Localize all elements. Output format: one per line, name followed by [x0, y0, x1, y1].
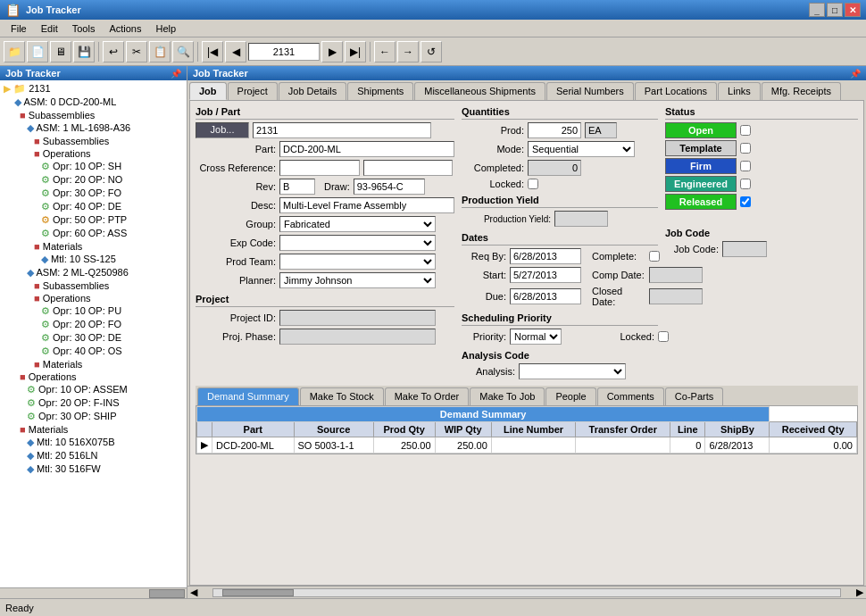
status-released-button[interactable]: Released: [665, 194, 737, 210]
status-template-check[interactable]: [740, 143, 751, 154]
h-scroll-track[interactable]: [212, 588, 841, 597]
due-input[interactable]: [510, 288, 581, 304]
h-scrollbar[interactable]: ◀ ▶: [187, 586, 866, 598]
priority-select[interactable]: Normal: [510, 329, 562, 345]
tree-node-subasm2[interactable]: ■ Subassemblies: [2, 135, 185, 147]
planner-select[interactable]: Jimmy Johnson: [279, 272, 436, 288]
tab-serial-numbers[interactable]: Serial Numbers: [546, 82, 634, 100]
tree-node-fins[interactable]: ⚙ Opr: 20 OP: F-INS: [2, 396, 185, 410]
start-input[interactable]: [510, 267, 581, 283]
tree-node-root[interactable]: ▶ 📁 2131: [2, 82, 185, 96]
tb-btn-3[interactable]: 🖥: [50, 41, 71, 62]
job-code-input[interactable]: [722, 241, 767, 257]
tb-btn-6[interactable]: ✂: [126, 41, 147, 62]
status-firm-button[interactable]: Firm: [665, 158, 737, 174]
table-row[interactable]: ▶ DCD-200-ML SO 5003-1-1 250.00 250.00 0…: [197, 437, 857, 454]
menu-file[interactable]: File: [4, 21, 34, 36]
cross-ref-input1[interactable]: [279, 160, 360, 176]
menu-actions[interactable]: Actions: [102, 21, 148, 36]
tree-node-subasm3[interactable]: ■ Subassemblies: [2, 279, 185, 292]
tree-node-opr60[interactable]: ⚙ Opr: 60 OP: ASS: [2, 227, 185, 240]
status-engineered-check[interactable]: [740, 179, 751, 189]
tree-node-opr-fo[interactable]: ⚙ Opr: 20 OP: FO: [2, 318, 185, 331]
tree-node-opr30[interactable]: ⚙ Opr: 30 OP: FO: [2, 187, 185, 200]
rev-input[interactable]: [279, 179, 315, 195]
minimize-button[interactable]: _: [809, 3, 825, 17]
left-scrollbar[interactable]: [0, 587, 187, 598]
tree-node-opr-de[interactable]: ⚙ Opr: 30 OP: DE: [2, 331, 185, 345]
tb-btn-4[interactable]: 💾: [73, 41, 95, 62]
tab-mfg-receipts[interactable]: Mfg. Receipts: [762, 82, 841, 100]
tree-node-opr10[interactable]: ⚙ Opr: 10 OP: SH: [2, 160, 185, 173]
bottom-tab-stock[interactable]: Make To Stock: [300, 387, 384, 405]
tree-node-mtl-516[interactable]: ◆ Mtl: 10 516X075B: [2, 436, 185, 449]
bottom-tab-coparts[interactable]: Co-Parts: [665, 387, 723, 405]
tree-node-opr20[interactable]: ⚙ Opr: 20 OP: NO: [2, 173, 185, 187]
nav-input[interactable]: 2131: [248, 43, 320, 61]
status-firm-check[interactable]: [740, 161, 751, 171]
bottom-tab-people[interactable]: People: [545, 387, 595, 405]
right-pin-icon[interactable]: 📌: [850, 69, 861, 79]
tb-btn-first[interactable]: |◀: [202, 41, 223, 62]
tab-links[interactable]: Links: [718, 82, 761, 100]
tree-node-asm1[interactable]: ◆ ASM: 1 ML-1698-A36: [2, 121, 185, 135]
tree-node-subasm[interactable]: ■ Subassemblies: [2, 109, 185, 121]
part-input[interactable]: [279, 141, 454, 157]
tb-btn-refresh[interactable]: ↺: [421, 41, 442, 62]
status-template-button[interactable]: Template: [665, 140, 737, 156]
tab-project[interactable]: Project: [228, 82, 278, 100]
proj-phase-input[interactable]: [279, 329, 436, 345]
tb-btn-7[interactable]: 📋: [149, 41, 171, 62]
tab-shipments[interactable]: Shipments: [347, 82, 413, 100]
project-id-input[interactable]: [279, 310, 436, 326]
tree-node-ops1[interactable]: ■ Operations: [2, 147, 185, 160]
mode-select[interactable]: Sequential: [528, 141, 635, 157]
tree-node-opr50[interactable]: ⚙ Opr: 50 OP: PTP: [2, 213, 185, 227]
complete-checkbox[interactable]: [649, 251, 660, 262]
bottom-tab-job[interactable]: Make To Job: [470, 387, 545, 405]
status-engineered-button[interactable]: Engineered: [665, 176, 737, 192]
tree-node-ship[interactable]: ⚙ Opr: 30 OP: SHIP: [2, 410, 185, 423]
tree-node-assem[interactable]: ⚙ Opr: 10 OP: ASSEM: [2, 383, 185, 396]
row-expand[interactable]: ▶: [197, 437, 212, 454]
tree-node-mtl-516fw[interactable]: ◆ Mtl: 30 516FW: [2, 462, 185, 476]
tree-node-mats1[interactable]: ■ Materials: [2, 240, 185, 253]
draw-input[interactable]: [354, 179, 425, 195]
exp-code-select[interactable]: [279, 235, 436, 251]
prod-unit[interactable]: [585, 122, 617, 138]
menu-edit[interactable]: Edit: [34, 21, 65, 36]
prod-team-select[interactable]: [279, 254, 436, 270]
tab-part-locations[interactable]: Part Locations: [635, 82, 717, 100]
h-scroll-thumb[interactable]: [222, 589, 294, 596]
close-button[interactable]: ✕: [845, 3, 861, 17]
tree-node-opr-os[interactable]: ⚙ Opr: 40 OP: OS: [2, 345, 185, 358]
tree-node-asm0[interactable]: ◆ ASM: 0 DCD-200-ML: [2, 96, 185, 109]
status-open-check[interactable]: [740, 125, 751, 136]
job-value-input[interactable]: [253, 122, 431, 138]
tree-node-mtl10[interactable]: ◆ Mtl: 10 SS-125: [2, 253, 185, 266]
tree-node-ops2[interactable]: ■ Operations: [2, 292, 185, 304]
tb-btn-last[interactable]: ▶|: [345, 41, 366, 62]
cross-ref-input2[interactable]: [363, 160, 453, 176]
tb-btn-2[interactable]: 📄: [27, 41, 48, 62]
job-tree[interactable]: ▶ 📁 2131 ◆ ASM: 0 DCD-200-ML ■ Subassemb…: [0, 80, 187, 587]
tb-btn-1[interactable]: 📁: [4, 41, 25, 62]
pin-icon[interactable]: 📌: [171, 69, 181, 79]
tb-btn-back[interactable]: ←: [374, 41, 396, 62]
tree-node-opr-pu[interactable]: ⚙ Opr: 10 OP: PU: [2, 304, 185, 318]
h-scroll-left[interactable]: ◀: [187, 587, 200, 598]
menu-help[interactable]: Help: [148, 21, 183, 36]
bottom-tab-comments[interactable]: Comments: [597, 387, 664, 405]
prod-yield-input[interactable]: [554, 211, 608, 227]
maximize-button[interactable]: □: [827, 3, 843, 17]
status-open-button[interactable]: Open: [665, 122, 737, 138]
tb-btn-forward[interactable]: →: [397, 41, 419, 62]
tree-node-ops-root[interactable]: ■ Operations: [2, 370, 185, 383]
tree-node-mats-root[interactable]: ■ Materials: [2, 423, 185, 436]
tab-misc-shipments[interactable]: Miscellaneous Shipments: [414, 82, 545, 100]
desc-input[interactable]: [279, 197, 454, 213]
tab-job[interactable]: Job: [189, 82, 227, 100]
tb-btn-5[interactable]: ↩: [103, 41, 124, 62]
prod-input[interactable]: [528, 122, 581, 138]
tree-node-mats2[interactable]: ■ Materials: [2, 358, 185, 370]
